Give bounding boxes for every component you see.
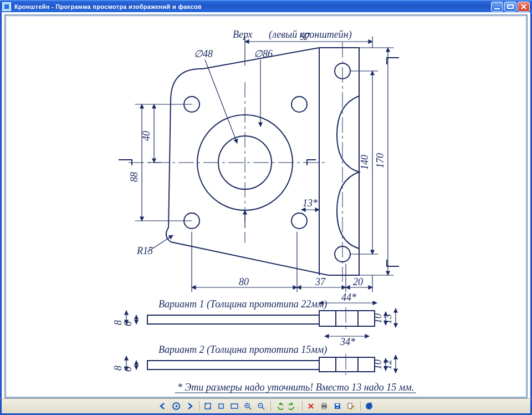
section-variant1: [147, 307, 375, 330]
dim-r15: R15: [136, 245, 153, 256]
dim-88: 88: [129, 172, 140, 182]
dim-34s: 34*: [340, 336, 355, 347]
slideshow-button[interactable]: [229, 401, 239, 411]
help-button[interactable]: ?: [364, 401, 374, 411]
heading-top-right: (левый кронштейн): [269, 29, 352, 41]
hole-br: [291, 213, 307, 229]
title-bar: Кронштейн - Программа просмотра изображе…: [0, 0, 532, 13]
zoom-in-button[interactable]: [243, 401, 253, 411]
svg-line-54: [249, 407, 251, 409]
dim-170: 170: [375, 153, 386, 168]
plate-outline: [166, 48, 359, 275]
svg-line-58: [262, 407, 264, 409]
section-variant2: [147, 354, 375, 375]
actual-size-button[interactable]: [216, 401, 226, 411]
zoom-out-button[interactable]: [256, 401, 266, 411]
viewer-toolbar: ?: [0, 398, 532, 415]
dim-v2-12: 12: [382, 360, 393, 370]
edit-button[interactable]: [346, 401, 356, 411]
dim-v2-6: 6: [122, 367, 134, 372]
svg-rect-30: [147, 315, 319, 324]
svg-rect-51: [219, 404, 223, 408]
drawing-canvas: Верх (левый кронштейн) R15: [6, 16, 526, 398]
dim-d48: ∅48: [194, 48, 213, 59]
separator: [198, 401, 200, 411]
dim-v1-10: 10: [372, 313, 383, 323]
dim-37: 37: [315, 276, 326, 287]
hole-tr: [291, 97, 307, 112]
dim-v2-8: 8: [112, 366, 124, 371]
dim-140: 140: [359, 155, 370, 170]
rotate-left-button[interactable]: [274, 401, 284, 411]
svg-rect-40: [147, 361, 319, 370]
svg-rect-61: [323, 403, 326, 405]
fit-button[interactable]: [203, 401, 213, 411]
close-button[interactable]: [518, 2, 530, 12]
dim-44s: 44*: [341, 292, 356, 303]
dim-40: 40: [141, 131, 152, 141]
svg-rect-52: [231, 404, 238, 408]
window-title: Кронштейн - Программа просмотра изображе…: [14, 3, 202, 10]
variant2-label: Вариант 2 (Толщина прототипа 15мм): [158, 344, 327, 356]
dim-97: 97: [300, 31, 310, 42]
svg-text:?: ?: [367, 402, 372, 410]
dim-d86: ∅86: [254, 48, 273, 59]
app-icon: [2, 2, 11, 11]
svg-rect-62: [323, 407, 326, 409]
dim-v1-8: 8: [112, 320, 124, 325]
dim-v1-6: 6: [122, 321, 134, 326]
separator: [269, 401, 271, 411]
prev-button[interactable]: [158, 401, 168, 411]
maximize-button[interactable]: [504, 2, 516, 12]
client-area: Верх (левый кронштейн) R15: [0, 12, 532, 401]
image-viewer[interactable]: Верх (левый кронштейн) R15: [4, 14, 528, 398]
window-buttons: [491, 2, 530, 12]
save-button[interactable]: [332, 401, 342, 411]
footnote: * Эти размеры надо уточнить! Вместо 13 н…: [177, 382, 414, 393]
play-button[interactable]: [171, 401, 181, 411]
heading-top-left: Верх: [233, 29, 253, 40]
separator: [359, 401, 361, 411]
dim-v1-13: 13: [382, 314, 393, 324]
delete-button[interactable]: [306, 401, 316, 411]
svg-rect-64: [336, 404, 339, 406]
svg-rect-41: [319, 357, 336, 372]
svg-rect-31: [319, 311, 336, 326]
minimize-button[interactable]: [491, 2, 503, 12]
dim-80: 80: [239, 276, 249, 287]
variant1-label: Вариант 1 (Толщина прототипа 22мм): [158, 298, 327, 310]
dim-20: 20: [353, 276, 363, 287]
separator: [301, 401, 303, 411]
rotate-right-button[interactable]: [288, 401, 298, 411]
dim-13s: 13*: [303, 198, 318, 209]
svg-rect-65: [336, 407, 339, 408]
print-button[interactable]: [319, 401, 329, 411]
dim-v2-10: 10: [372, 360, 383, 370]
next-button[interactable]: [185, 401, 195, 411]
